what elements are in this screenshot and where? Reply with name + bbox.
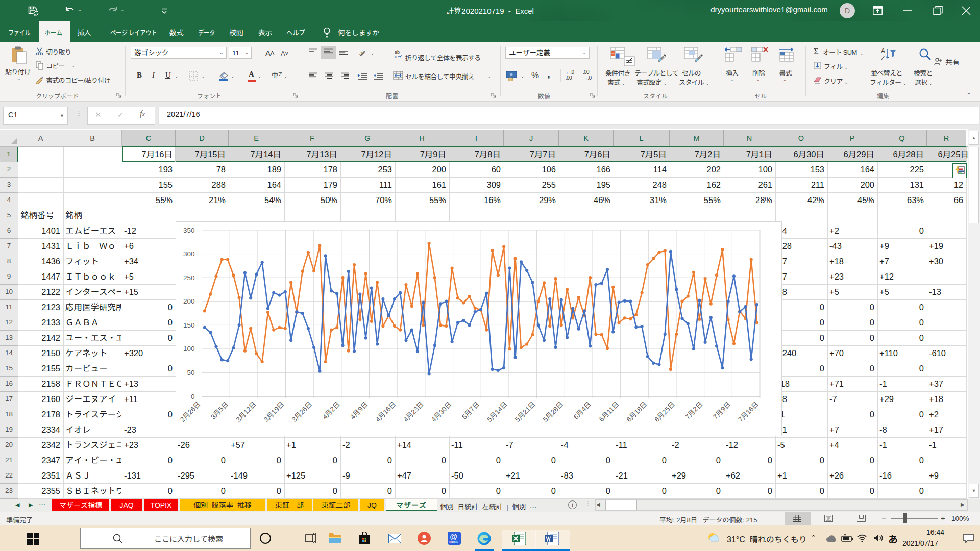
svg-text:100: 100 xyxy=(183,345,195,353)
svg-text:A: A xyxy=(881,47,885,55)
svg-text:300: 300 xyxy=(183,250,195,258)
svg-text:50: 50 xyxy=(187,369,194,377)
svg-text:350: 350 xyxy=(183,227,195,234)
svg-text:250: 250 xyxy=(183,274,195,282)
svg-text:Z: Z xyxy=(881,55,885,62)
svg-text:c: c xyxy=(395,54,397,59)
svg-text:0: 0 xyxy=(191,393,195,400)
svg-text:200: 200 xyxy=(183,297,195,305)
svg-text:150: 150 xyxy=(183,321,195,329)
